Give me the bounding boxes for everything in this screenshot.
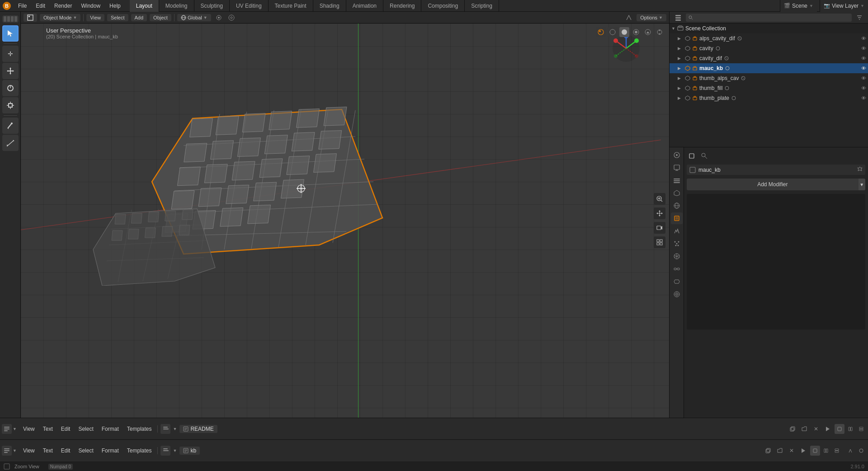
editor-type-btn[interactable] (24, 14, 37, 22)
menu-help[interactable]: Help (105, 0, 125, 12)
prop-icon-view-layer[interactable] (671, 174, 683, 186)
tool-scale[interactable] (2, 97, 19, 113)
te1-play-btn[interactable] (823, 424, 833, 434)
expand-arrow[interactable]: ▶ (678, 76, 683, 80)
te2-layout-3[interactable] (832, 446, 842, 456)
prop-icon-object[interactable] (671, 212, 683, 224)
tab-compositing[interactable]: Compositing (421, 0, 465, 12)
outliner-search[interactable] (686, 14, 852, 22)
tab-shading[interactable]: Shading (313, 0, 346, 12)
visibility-icon-thumb-fill[interactable]: 👁 (861, 85, 866, 91)
camera-view-btn[interactable] (654, 222, 665, 234)
te2-type-btn[interactable] (2, 446, 12, 456)
prop-type-btn[interactable] (687, 151, 697, 161)
te1-folder-btn[interactable] (799, 424, 809, 434)
scene-selector[interactable]: 🎬 Scene ▼ (780, 0, 817, 12)
te1-layout-1[interactable] (835, 424, 844, 434)
select-menu[interactable]: Select (107, 14, 128, 21)
transform-global[interactable]: Global ▼ (177, 14, 211, 21)
expand-arrow[interactable]: ▶ (678, 96, 683, 100)
te1-layout-2[interactable] (845, 424, 855, 434)
shading-solid-btn[interactable] (619, 27, 629, 37)
visibility-icon-thumb-alps-cav[interactable]: 👁 (861, 75, 866, 81)
tab-scripting[interactable]: Scripting (465, 0, 499, 12)
view-layer-selector[interactable]: 📷 View Layer ▼ (820, 0, 868, 12)
te2-expand-btn[interactable]: ▼ (13, 448, 17, 453)
prop-icon-particles[interactable] (671, 238, 683, 250)
outliner-filter-btn[interactable] (854, 13, 864, 23)
tab-uv-editing[interactable]: UV Editing (230, 0, 269, 12)
te2-menu-format[interactable]: Format (99, 447, 122, 455)
te1-expand-btn[interactable]: ▼ (13, 427, 17, 431)
pin-icon[interactable] (857, 166, 863, 173)
te2-menu-view[interactable]: View (20, 447, 38, 455)
prop-icon-data[interactable] (671, 276, 683, 287)
te2-file-type-icon[interactable] (160, 446, 170, 456)
te1-menu-format[interactable]: Format (99, 425, 122, 433)
overlay-btn[interactable] (655, 27, 665, 37)
tab-rendering[interactable]: Rendering (383, 0, 421, 12)
custom-orient-btn[interactable] (624, 13, 634, 23)
tool-select-mode[interactable] (2, 15, 19, 23)
visibility-icon-cavity-dif[interactable]: 👁 (861, 56, 866, 61)
te1-layout-3[interactable] (856, 424, 866, 434)
menu-render[interactable]: Render (50, 0, 76, 12)
outliner-item-alps-cavity-dif[interactable]: ▶ alps_cavity_dif 👁 (670, 33, 868, 43)
tool-select[interactable] (2, 25, 19, 42)
te2-rp-icon-1[interactable] (845, 446, 855, 456)
outliner-item-cavity-dif[interactable]: ▶ cavity_dif 👁 (670, 53, 868, 63)
zoom-in-btn[interactable] (654, 193, 665, 205)
te1-menu-text[interactable]: Text (40, 425, 56, 433)
gizmo[interactable]: Z (610, 33, 646, 69)
object-mode-btn[interactable]: Object Mode ▼ (40, 14, 80, 21)
add-menu[interactable]: Add (131, 14, 147, 21)
blender-logo[interactable]: B (0, 0, 14, 12)
menu-file[interactable]: File (14, 0, 31, 12)
pan-btn[interactable] (654, 207, 665, 219)
te2-close-btn[interactable]: ✕ (787, 446, 797, 456)
visibility-icon[interactable]: 👁 (861, 36, 866, 41)
outliner-item-cavity[interactable]: ▶ cavity 👁 (670, 43, 868, 53)
te1-menu-templates[interactable]: Templates (124, 425, 155, 433)
prop-search-btn[interactable] (699, 151, 709, 161)
prop-icon-material[interactable] (671, 288, 683, 300)
expand-arrow[interactable]: ▶ (678, 86, 683, 90)
outliner-type-btn[interactable] (673, 13, 683, 23)
te1-readme-tab[interactable]: README (179, 425, 217, 433)
shading-material-btn[interactable] (631, 27, 641, 37)
te2-folder-btn[interactable] (775, 446, 785, 456)
xray-btn[interactable] (608, 27, 618, 37)
te1-menu-view[interactable]: View (20, 425, 38, 433)
prop-icon-render[interactable] (671, 149, 683, 161)
visibility-icon-mauc-kb[interactable]: 👁 (861, 66, 866, 71)
shading-rendered-btn[interactable] (643, 27, 653, 37)
add-modifier-dropdown[interactable]: ▼ (859, 179, 865, 190)
te1-type-btn[interactable] (2, 424, 12, 434)
outliner-item-thumb-alps-cav[interactable]: ▶ thumb_alps_cav 👁 (670, 73, 868, 83)
visibility-icon-thumb-plate[interactable]: 👁 (861, 95, 866, 101)
prop-icon-output[interactable] (671, 162, 683, 174)
prop-icon-physics[interactable] (671, 250, 683, 262)
te2-play-btn[interactable] (798, 446, 808, 456)
te2-copy-btn[interactable] (763, 446, 773, 456)
viewport-shading-btn[interactable] (596, 27, 606, 37)
te1-file-expand[interactable]: ▼ (173, 427, 177, 431)
tool-rotate[interactable] (2, 80, 19, 96)
proportional-edit-btn[interactable] (226, 13, 236, 23)
options-btn[interactable]: Options ▼ (637, 14, 666, 21)
expand-arrow-mauc[interactable]: ▶ (678, 66, 683, 71)
prop-icon-modifier[interactable] (671, 225, 683, 237)
te1-menu-select[interactable]: Select (75, 425, 96, 433)
tab-animation[interactable]: Animation (346, 0, 383, 12)
expand-arrow[interactable]: ▶ (678, 46, 683, 51)
prop-icon-constraints[interactable] (671, 263, 683, 275)
viewport-canvas[interactable]: User Perspective (20) Scene Collection |… (21, 24, 669, 418)
visibility-icon-cavity[interactable]: 👁 (861, 46, 866, 51)
te2-rp-icon-2[interactable] (856, 446, 866, 456)
te2-kb-tab[interactable]: kb (179, 447, 200, 455)
te2-layout-2[interactable] (821, 446, 831, 456)
grid-view-btn[interactable] (654, 236, 665, 248)
tool-annotate[interactable] (2, 118, 19, 134)
te2-menu-select[interactable]: Select (75, 447, 96, 455)
tab-layout[interactable]: Layout (130, 0, 159, 12)
